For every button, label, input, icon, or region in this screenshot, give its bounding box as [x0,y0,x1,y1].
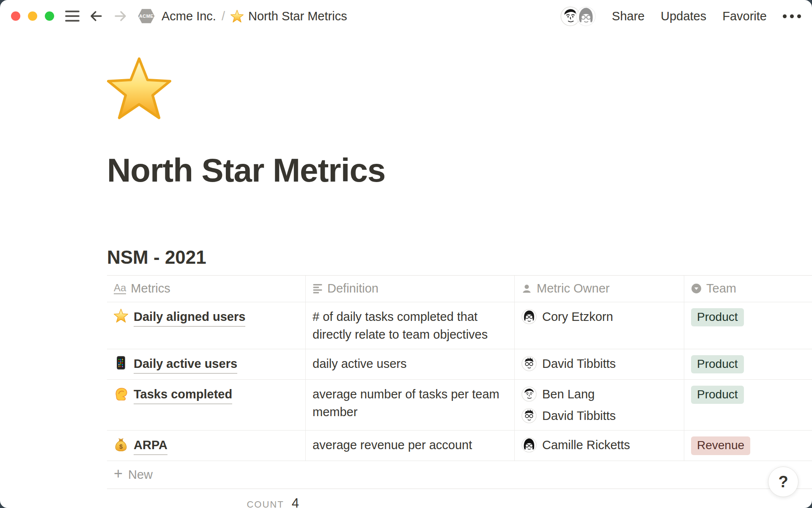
share-button[interactable]: Share [612,9,645,23]
person-chip[interactable]: David Tibbitts [521,355,677,373]
column-label: Metrics [131,282,170,295]
question-mark-icon: ? [778,473,788,491]
help-button[interactable]: ? [768,467,798,497]
definition-cell[interactable]: # of daily tasks completed that directly… [306,302,515,349]
favorite-button[interactable]: Favorite [722,9,767,23]
column-header-team[interactable]: Team [684,276,812,302]
owner-cell[interactable]: Camille Ricketts [515,431,684,461]
person-chip[interactable]: Cory Etzkorn [521,308,677,326]
column-header-metric-owner[interactable]: Metric Owner [515,276,684,302]
table-row: ARPA average revenue per account Camille… [107,431,812,461]
title-property-icon: Aa [114,283,126,294]
metric-name[interactable]: Daily aligned users [134,308,245,327]
minimize-window-button[interactable] [28,11,37,21]
owner-cell[interactable]: Cory Etzkorn [515,302,684,349]
team-cell[interactable]: Product [684,349,812,379]
person-icon [521,284,532,294]
metric-page-link[interactable]: Daily aligned users [107,302,306,349]
cory-avatar [521,309,537,324]
breadcrumb-separator: / [222,9,225,23]
team-tag[interactable]: Product [691,355,744,374]
metric-page-link[interactable]: Daily active users [107,349,306,379]
align-left-icon [313,283,323,294]
zoom-window-button[interactable] [45,11,54,21]
count-value: 4 [292,496,299,508]
mobile-phone-icon [114,356,128,370]
column-header-metrics[interactable]: Aa Metrics [107,276,306,302]
table-header-row: Aa Metrics Definition Metric Owner Team [107,275,812,302]
breadcrumb-page[interactable]: North Star Metrics [248,9,347,23]
david-avatar [521,408,537,423]
section-heading[interactable]: NSM - 2021 [107,246,812,269]
metric-page-link[interactable]: Tasks completed [107,380,306,430]
new-row-label: New [128,468,153,482]
owner-cell[interactable]: Ben Lang David Tibbitts [515,380,684,430]
team-tag[interactable]: Product [691,386,744,404]
person-chip[interactable]: Ben Lang [521,385,677,403]
new-row-button[interactable]: + New [107,461,812,489]
window-controls [11,11,54,21]
metric-name[interactable]: ARPA [134,436,167,455]
owner-name: Ben Lang [542,385,595,403]
person-chip[interactable]: David Tibbitts [521,407,677,425]
camille-avatar [521,437,537,453]
owner-name: David Tibbitts [542,407,616,425]
plus-icon: + [114,466,123,481]
table-row: Daily active users daily active users Da… [107,349,812,380]
star-icon [114,309,128,323]
workspace-logo-badge[interactable]: ACME [137,8,156,25]
breadcrumb: ACME Acme Inc. / North Star Metrics [137,8,347,25]
person-chip[interactable]: Camille Ricketts [521,436,677,454]
team-cell[interactable]: Product [684,302,812,349]
count-label: COUNT [247,499,284,508]
team-cell[interactable]: Product [684,380,812,430]
updates-button[interactable]: Updates [661,9,706,23]
title-bar: ACME Acme Inc. / North Star Metrics Shar… [0,0,812,32]
presence-avatars [560,6,596,26]
select-property-icon [691,283,702,294]
david-avatar [521,356,537,371]
definition-cell[interactable]: average number of tasks per team member [306,380,515,430]
ben-avatar [521,387,537,402]
column-header-definition[interactable]: Definition [306,276,515,302]
star-icon [230,10,244,23]
metrics-table: Aa Metrics Definition Metric Owner Team [107,275,812,508]
table-row: Tasks completed average number of tasks … [107,380,812,431]
owner-name: Camille Ricketts [542,436,630,454]
notion-window: ACME Acme Inc. / North Star Metrics Shar… [0,0,812,508]
page-star-icon[interactable] [107,57,171,121]
user-avatar-inactive[interactable] [576,6,596,26]
back-arrow-icon [88,8,104,24]
owner-cell[interactable]: David Tibbitts [515,349,684,379]
close-window-button[interactable] [11,11,20,21]
column-calculation[interactable]: COUNT 4 [107,489,306,508]
metric-name[interactable]: Tasks completed [134,385,232,404]
definition-cell[interactable]: average revenue per account [306,431,515,461]
breadcrumb-workspace[interactable]: Acme Inc. [162,9,216,23]
column-label: Team [706,282,736,295]
sidebar-toggle-hamburger-icon[interactable] [65,11,80,22]
team-cell[interactable]: Revenue [684,431,812,461]
back-button[interactable] [88,8,104,24]
team-tag[interactable]: Product [691,308,744,327]
table-row: Daily aligned users # of daily tasks com… [107,302,812,349]
more-options-ellipsis-icon[interactable] [783,14,801,18]
owner-name: Cory Etzkorn [542,308,613,326]
metric-page-link[interactable]: ARPA [107,431,306,461]
definition-cell[interactable]: daily active users [306,349,515,379]
metric-name[interactable]: Daily active users [134,355,237,374]
flexed-biceps-icon [114,386,128,400]
team-tag[interactable]: Revenue [691,436,750,455]
column-label: Definition [327,282,379,295]
page-title[interactable]: North Star Metrics [107,152,812,190]
forward-arrow-icon [113,8,128,24]
page-content: North Star Metrics NSM - 2021 Aa Metrics… [0,57,812,508]
forward-button[interactable] [112,8,129,24]
column-label: Metric Owner [537,282,609,295]
money-bag-icon [114,437,128,451]
owner-name: David Tibbitts [542,355,616,373]
